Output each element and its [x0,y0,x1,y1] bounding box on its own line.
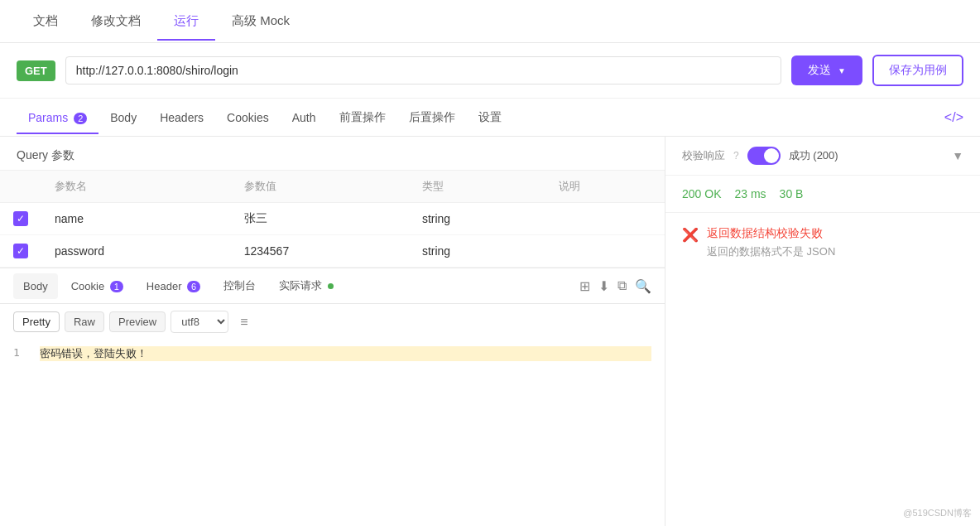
sub-tab-cookies[interactable]: Cookies [215,101,281,134]
main-content: Query 参数 参数名 参数值 类型 说明 ✓ name 张三 string … [0,137,980,526]
sub-tab-settings[interactable]: 设置 [467,100,513,135]
param-desc-1 [545,235,665,268]
sub-tab-headers[interactable]: Headers [148,101,215,134]
line-content: 密码错误，登陆失败！ [40,346,651,361]
left-panel: Query 参数 参数名 参数值 类型 说明 ✓ name 张三 string … [0,137,665,526]
response-tabs: BodyCookie 1Header 6控制台实际请求 ⊞ ⬇ ⧉ 🔍 [0,268,665,304]
body-toolbar: PrettyRawPreviewutf8gbklatin1≡ [0,304,665,340]
param-type-0: string [409,203,545,235]
error-text: 返回数据结构校验失败 [707,226,835,241]
download-icon[interactable]: ⬇ [598,278,609,294]
param-name-0: name [41,203,231,235]
validation-label: 校验响应 [682,148,725,163]
row-checkbox-1[interactable]: ✓ [13,244,28,258]
sub-tab-auth[interactable]: Auth [281,101,328,134]
params-table: 参数名 参数值 类型 说明 ✓ name 张三 string ✓ passwor… [0,170,665,268]
row-checkbox-0[interactable]: ✓ [13,211,28,226]
body-view-btn-preview[interactable]: Preview [109,311,166,332]
col-param-desc: 说明 [545,171,665,203]
col-param-value: 参数值 [231,171,409,203]
error-content: 返回数据结构校验失败 返回的数据格式不是 JSON [707,226,835,259]
sub-tab-pre-ops[interactable]: 前置操作 [328,100,397,135]
sub-tabs: Params 2BodyHeadersCookiesAuth前置操作后置操作设置… [0,99,980,137]
resp-tab-cookie[interactable]: Cookie 1 [61,273,133,299]
send-button[interactable]: 发送 ▼ [791,55,862,85]
code-line: 1密码错误，登陆失败！ [13,346,651,361]
validation-status: 成功 (200) [789,148,838,163]
validation-toggle[interactable] [747,147,781,165]
resp-badge-cookie: 1 [110,281,123,292]
code-view: 1密码错误，登陆失败！ [0,340,665,368]
body-view-btn-raw[interactable]: Raw [65,311,104,332]
validation-result: ❌ 返回数据结构校验失败 返回的数据格式不是 JSON [665,213,980,281]
status-code: 200 OK [682,187,721,200]
param-name-1: password [41,235,231,268]
table-row: ✓ name 张三 string [0,203,665,235]
url-input[interactable] [65,56,781,84]
copy-icon[interactable]: ⧉ [617,278,627,294]
validation-dropdown-icon[interactable]: ▼ [952,149,963,162]
extract-icon[interactable]: ⊞ [579,278,590,294]
response-size: 30 B [780,187,804,200]
sub-tab-post-ops[interactable]: 后置操作 [397,100,467,135]
query-params-title: Query 参数 [0,137,665,170]
resp-actions: ⊞ ⬇ ⧉ 🔍 [579,278,651,294]
url-bar: GET发送 ▼保存为用例 [0,43,980,99]
top-nav-tab-run[interactable]: 运行 [157,2,215,41]
right-panel: 校验响应 ? 成功 (200) ▼ 200 OK 23 ms 30 B ❌ 返回… [665,137,980,526]
col-param-type: 类型 [409,171,545,203]
badge-params: 2 [74,113,87,124]
format-icon[interactable]: ≡ [240,315,247,330]
search-icon[interactable]: 🔍 [635,278,651,294]
resp-badge-header: 6 [187,281,200,292]
error-subtext: 返回的数据格式不是 JSON [707,244,835,259]
line-number: 1 [13,346,30,361]
resp-tab-body[interactable]: Body [13,273,58,299]
resp-tab-console[interactable]: 控制台 [214,272,266,300]
validation-help-icon[interactable]: ? [733,150,739,162]
method-badge: GET [17,60,55,81]
response-time: 23 ms [734,187,766,200]
encoding-select[interactable]: utf8gbklatin1 [171,311,228,333]
error-icon: ❌ [682,227,699,243]
top-nav: 文档修改文档运行高级 Mock [0,0,980,43]
param-value-1: 1234567 [231,235,409,268]
param-type-1: string [409,235,545,268]
watermark: @519CSDN博客 [903,507,972,519]
validation-error-item: ❌ 返回数据结构校验失败 返回的数据格式不是 JSON [682,226,963,259]
col-param-name: 参数名 [41,171,231,203]
resp-tab-actual[interactable]: 实际请求 [269,272,343,300]
send-dropdown-icon: ▼ [838,66,846,75]
code-icon[interactable]: </> [944,110,963,125]
param-desc-0 [545,203,665,235]
body-view-btn-pretty[interactable]: Pretty [13,311,60,332]
resp-tab-header[interactable]: Header 6 [137,273,210,299]
status-bar: 200 OK 23 ms 30 B [665,176,980,213]
top-nav-tab-mock[interactable]: 高级 Mock [215,2,306,41]
save-as-case-button[interactable]: 保存为用例 [872,55,963,86]
param-value-0: 张三 [231,203,409,235]
dot-actual [328,283,334,289]
validation-bar: 校验响应 ? 成功 (200) ▼ [665,137,980,176]
top-nav-tab-docs[interactable]: 文档 [17,2,74,41]
sub-tab-params[interactable]: Params 2 [17,101,98,134]
sub-tab-body[interactable]: Body [98,101,148,134]
top-nav-tab-edit[interactable]: 修改文档 [74,2,157,41]
table-row: ✓ password 1234567 string [0,235,665,268]
